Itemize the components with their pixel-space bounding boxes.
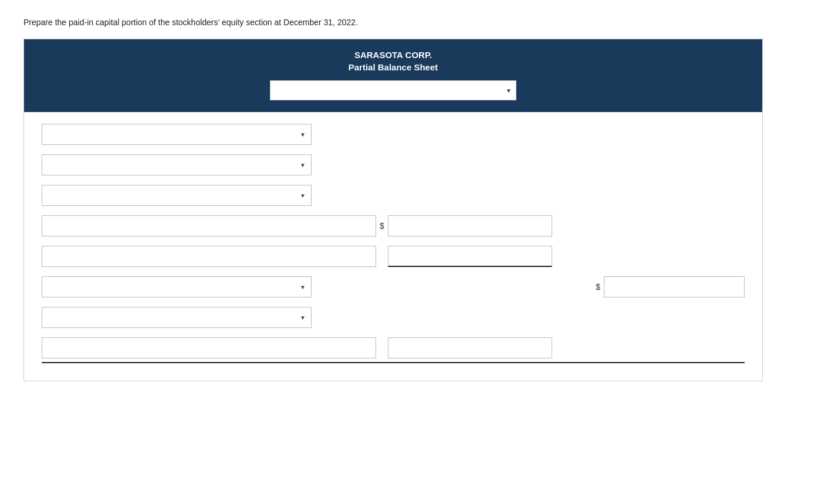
date-dropdown-container[interactable] <box>270 80 516 100</box>
row3-dropdown-cell[interactable] <box>42 185 312 206</box>
row2-dropdown[interactable] <box>42 154 312 175</box>
row-2 <box>42 154 745 175</box>
row4-dollar-sign: $ <box>380 221 384 231</box>
row6-dropdown[interactable] <box>42 276 312 297</box>
row7-dropdown[interactable] <box>42 307 312 328</box>
row-7 <box>42 307 745 328</box>
instruction-text: Prepare the paid-in capital portion of t… <box>23 18 802 27</box>
row4-label-input[interactable] <box>42 215 376 236</box>
row-6: $ <box>42 276 745 297</box>
row4-amount-input[interactable] <box>388 215 552 236</box>
row3-dropdown[interactable] <box>42 185 312 206</box>
date-dropdown[interactable] <box>270 80 516 100</box>
row5-label-input[interactable] <box>42 246 376 267</box>
row1-dropdown[interactable] <box>42 124 312 145</box>
balance-sheet-header: SARASOTA CORP. Partial Balance Sheet <box>24 39 762 112</box>
row6-total-group: $ <box>592 276 745 297</box>
row2-dropdown-cell[interactable] <box>42 154 312 175</box>
row5-amount-input[interactable] <box>388 246 552 267</box>
balance-sheet-container: SARASOTA CORP. Partial Balance Sheet <box>23 39 763 381</box>
row-1 <box>42 124 745 145</box>
row-5: $ <box>42 246 745 267</box>
row7-dropdown-cell[interactable] <box>42 307 312 328</box>
row1-dropdown-cell[interactable] <box>42 124 312 145</box>
row8-label-input[interactable] <box>42 337 376 358</box>
row6-dollar-sign: $ <box>596 282 600 292</box>
row-4: $ <box>42 215 745 236</box>
row-8: $ <box>42 337 745 363</box>
row8-amount-input[interactable] <box>388 337 552 358</box>
balance-sheet-body: $ $ $ <box>24 112 762 381</box>
company-name: SARASOTA CORP. <box>36 50 750 60</box>
row6-total-input[interactable] <box>604 276 745 297</box>
row6-dropdown-cell[interactable] <box>42 276 312 297</box>
row-3 <box>42 185 745 206</box>
sheet-title: Partial Balance Sheet <box>36 62 750 72</box>
